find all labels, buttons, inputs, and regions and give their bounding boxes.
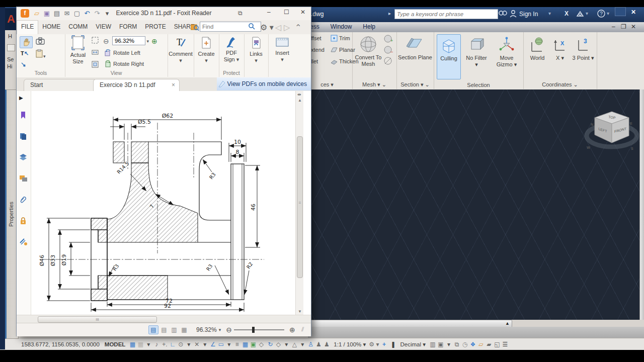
vscroll-thumb[interactable]: ≡ xyxy=(297,136,303,278)
model-space-button[interactable]: MODEL xyxy=(105,341,126,347)
zoom-slider-track[interactable] xyxy=(234,329,284,330)
sign-in-button[interactable]: Sign In xyxy=(519,11,538,18)
signature-icon[interactable] xyxy=(19,238,28,247)
rotate-left-icon[interactable] xyxy=(104,49,112,57)
zoom-level-combo[interactable]: ▾ xyxy=(112,36,149,45)
snap-angle-icon[interactable]: ∠ xyxy=(209,340,217,349)
zoom-out-icon[interactable]: ⊖ xyxy=(103,37,109,45)
find-magnifier-icon[interactable] xyxy=(248,23,255,32)
autodesk-360-icon[interactable] xyxy=(576,10,585,20)
lock-dropdown[interactable]: ▾ xyxy=(445,340,453,349)
fullscreen-icon[interactable]: ◱ xyxy=(493,340,501,349)
attachments-icon[interactable] xyxy=(19,196,28,205)
transparency-icon[interactable]: ▦ xyxy=(241,340,249,349)
pdf-sign-button[interactable]: PDFSign ▾ xyxy=(220,35,243,63)
continuous-facing-view-icon[interactable]: ▦ xyxy=(180,326,189,334)
three-point-button[interactable]: 3 3 Point ▾ xyxy=(572,34,595,78)
culling-button[interactable]: Culling xyxy=(437,34,461,79)
panel-label-section[interactable]: Section ▾ ⌄ xyxy=(396,81,434,88)
customization-icon[interactable]: ☰ xyxy=(501,340,509,349)
links-button[interactable]: Links▾ xyxy=(245,36,267,64)
ribbon-tab[interactable]: VIEW xyxy=(92,20,115,34)
fit-visible-icon[interactable] xyxy=(91,60,99,69)
rotate-left-label[interactable]: Rotate Left xyxy=(113,50,140,56)
exchange-apps-icon[interactable]: X xyxy=(565,10,569,17)
selection-filter-icon[interactable]: ◇ xyxy=(274,340,282,349)
dynamic-ucs-icon[interactable]: ▭ xyxy=(217,340,225,349)
page-hscrollbar[interactable]: III xyxy=(17,315,311,323)
no-filter-dropdown[interactable]: ▾ xyxy=(463,61,490,68)
convert-to-mesh-button[interactable]: Convert To Mesh xyxy=(352,54,384,67)
annotation-visibility-icon[interactable]: ♙ xyxy=(306,340,314,349)
ribbon-tab[interactable]: HOME xyxy=(38,20,64,34)
help-dropdown[interactable]: ▾ xyxy=(607,11,609,16)
sign-in-person-icon[interactable] xyxy=(509,9,517,20)
doc-minimize-button[interactable]: – xyxy=(612,23,615,30)
find-folder-icon[interactable] xyxy=(191,23,199,33)
snap-dropdown[interactable]: ▾ xyxy=(144,340,152,349)
x-axis-button[interactable]: X X ▾ xyxy=(550,34,570,78)
osnap-dropdown[interactable]: ▾ xyxy=(201,340,209,349)
ortho-mode-icon[interactable]: ∟ xyxy=(169,340,177,349)
plot-preview-icon[interactable]: ▰ xyxy=(485,340,493,349)
command-expand-icon[interactable]: ▲ xyxy=(505,321,510,326)
annotation-scale-value[interactable]: 1:1 / 100% ▾ xyxy=(334,341,366,348)
comments-icon[interactable] xyxy=(19,174,28,184)
section-plane-icon[interactable] xyxy=(407,36,424,53)
gizmo-icon[interactable]: △ xyxy=(290,340,298,349)
lasso-select-icon[interactable] xyxy=(21,61,29,70)
menu-item[interactable]: Help xyxy=(363,23,375,30)
menu-item[interactable]: Window xyxy=(331,23,352,30)
doc-close-button[interactable]: ✕ xyxy=(631,23,636,30)
select-text-icon[interactable]: T↖ xyxy=(21,50,29,57)
app-close-button[interactable]: ✕ xyxy=(628,9,639,18)
minimize-button[interactable]: – xyxy=(267,9,271,16)
close-button[interactable]: ✕ xyxy=(300,9,305,16)
ribbon-tab[interactable]: FORM xyxy=(115,20,141,34)
actual-size-button[interactable]: ActualSize xyxy=(67,35,89,65)
trim-icon[interactable] xyxy=(330,34,338,44)
move-gizmo-button[interactable]: Move Gizmo ▾ xyxy=(493,34,520,78)
gizmo-dropdown[interactable]: ▾ xyxy=(298,340,306,349)
pages-icon[interactable] xyxy=(19,132,28,141)
convert-to-mesh-icon[interactable] xyxy=(359,35,377,55)
split-view-handle[interactable]: ⇹ xyxy=(297,92,301,97)
selection-cycling-icon[interactable]: ▣ xyxy=(249,340,257,349)
grid-display-icon[interactable]: ▦ xyxy=(128,340,136,349)
viewport-vscrollbar[interactable] xyxy=(639,89,644,320)
fit-width-icon[interactable] xyxy=(91,48,99,57)
no-filter-button[interactable]: No Filter ▾ xyxy=(463,34,490,78)
facing-view-icon[interactable]: ▥ xyxy=(170,326,179,334)
zoom-dropdown[interactable]: ▾ xyxy=(219,327,221,332)
settings-gear-icon[interactable]: ⚙ ▾ xyxy=(260,23,274,32)
zoom-in-button[interactable]: ⊕ xyxy=(289,326,295,334)
ribbon-tab[interactable]: PROTE xyxy=(141,20,170,34)
clipboard-icon[interactable]: ▾ xyxy=(36,49,46,59)
three-point-dropdown[interactable]: ▾ xyxy=(591,55,594,61)
cascade-windows-icon[interactable]: ⧉ xyxy=(238,10,243,17)
zoom-out-button[interactable]: ⊖ xyxy=(226,326,232,334)
app-restore-button[interactable] xyxy=(615,7,626,16)
comment-button[interactable]: T Comment▾ xyxy=(169,36,193,64)
workspace-gear-icon[interactable]: ⚙ ▾ xyxy=(369,340,379,349)
tab-close-icon[interactable]: × xyxy=(172,79,175,90)
sign-in-dropdown[interactable]: ▾ xyxy=(548,11,551,16)
insert-button[interactable]: Insert▾ xyxy=(270,36,294,63)
panel-label-mesh[interactable]: Mesh ▾ ⌄ xyxy=(352,81,396,88)
3d-osnap-icon[interactable]: ◇ xyxy=(257,340,265,349)
extend-button-label[interactable]: xtend xyxy=(311,47,325,53)
autocad-logo[interactable]: A xyxy=(5,8,17,30)
infocenter-search-input[interactable] xyxy=(394,9,498,19)
continuous-view-icon[interactable]: ▤ xyxy=(159,326,169,334)
ribbon-tab[interactable]: COMM xyxy=(64,20,92,34)
nav-forward-icon[interactable]: ▷ xyxy=(284,23,290,32)
doc-restore-button[interactable]: ❐ xyxy=(621,23,626,30)
nav-back-icon[interactable]: ◁ xyxy=(275,23,281,32)
x-axis-dropdown[interactable]: ▾ xyxy=(561,55,564,61)
bookmarks-icon[interactable] xyxy=(19,111,28,120)
smooth-more-icon[interactable]: + xyxy=(383,34,393,45)
plot-icon[interactable]: ❖ xyxy=(469,340,477,349)
dynamic-input-icon[interactable]: +. xyxy=(160,340,169,349)
security-lock-icon[interactable] xyxy=(19,217,28,226)
world-ucs-button[interactable]: World xyxy=(526,34,548,78)
